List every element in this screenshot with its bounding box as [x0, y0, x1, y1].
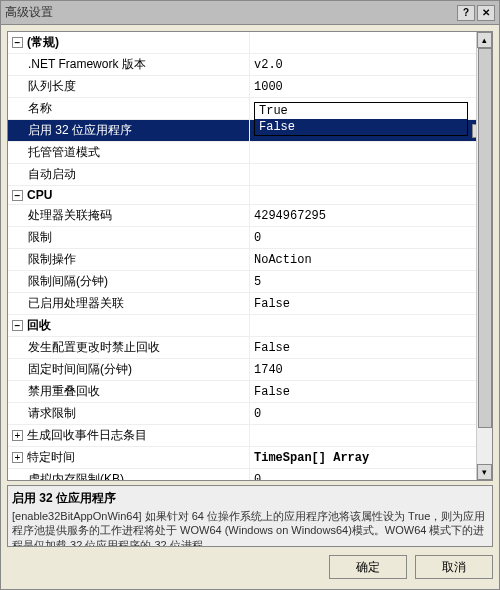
description-text: [enable32BitAppOnWin64] 如果针对 64 位操作系统上的应…: [12, 509, 488, 547]
cat-general: (常规): [27, 35, 59, 49]
toggle-times[interactable]: +: [12, 452, 23, 463]
prop-regular-label[interactable]: 固定时间间隔(分钟): [8, 359, 250, 381]
prop-disallow-value[interactable]: False: [250, 337, 492, 359]
toggle-cpu[interactable]: −: [12, 190, 23, 201]
prop-requests-label[interactable]: 请求限制: [8, 403, 250, 425]
prop-events-label[interactable]: 生成回收事件日志条目: [27, 428, 147, 442]
prop-pipeline-value[interactable]: [250, 142, 492, 164]
prop-enaff-label[interactable]: 已启用处理器关联: [8, 293, 250, 315]
prop-overlap-value[interactable]: False: [250, 381, 492, 403]
toggle-general[interactable]: −: [12, 37, 23, 48]
prop-net-value[interactable]: v2.0: [250, 54, 492, 76]
prop-name-label[interactable]: 名称: [8, 98, 250, 120]
prop-limit-label[interactable]: 限制: [8, 227, 250, 249]
prop-enable32-label[interactable]: 启用 32 位应用程序: [8, 120, 250, 142]
prop-requests-value[interactable]: 0: [250, 403, 492, 425]
scroll-down-icon[interactable]: ▾: [477, 464, 492, 480]
prop-net-label[interactable]: .NET Framework 版本: [8, 54, 250, 76]
description-title: 启用 32 位应用程序: [12, 490, 488, 507]
prop-enaff-value[interactable]: False: [250, 293, 492, 315]
prop-autostart-value[interactable]: [250, 164, 492, 186]
prop-times-label[interactable]: 特定时间: [27, 450, 75, 464]
prop-autostart-label[interactable]: 自动启动: [8, 164, 250, 186]
prop-events-value[interactable]: [250, 425, 492, 447]
prop-action-value[interactable]: NoAction: [250, 249, 492, 271]
dropdown-list[interactable]: True False: [254, 102, 468, 136]
prop-affinity-label[interactable]: 处理器关联掩码: [8, 205, 250, 227]
cancel-button[interactable]: 取消: [415, 555, 493, 579]
window-title: 高级设置: [5, 4, 457, 21]
toggle-events[interactable]: +: [12, 430, 23, 441]
prop-overlap-label[interactable]: 禁用重叠回收: [8, 381, 250, 403]
prop-limit-value[interactable]: 0: [250, 227, 492, 249]
cat-recycle: 回收: [27, 318, 51, 332]
prop-interval-value[interactable]: 5: [250, 271, 492, 293]
prop-interval-label[interactable]: 限制间隔(分钟): [8, 271, 250, 293]
prop-queue-label[interactable]: 队列长度: [8, 76, 250, 98]
dropdown-option-true[interactable]: True: [255, 103, 467, 119]
scrollbar[interactable]: ▴ ▾: [476, 32, 492, 480]
prop-action-label[interactable]: 限制操作: [8, 249, 250, 271]
toggle-recycle[interactable]: −: [12, 320, 23, 331]
prop-times-value[interactable]: TimeSpan[] Array: [250, 447, 492, 469]
prop-queue-value[interactable]: 1000: [250, 76, 492, 98]
cat-cpu: CPU: [27, 188, 52, 202]
description-panel: 启用 32 位应用程序 [enable32BitAppOnWin64] 如果针对…: [7, 485, 493, 547]
ok-button[interactable]: 确定: [329, 555, 407, 579]
prop-vmem-label[interactable]: 虚拟内存限制(KB): [8, 469, 250, 481]
close-button[interactable]: ✕: [477, 5, 495, 21]
prop-disallow-label[interactable]: 发生配置更改时禁止回收: [8, 337, 250, 359]
prop-affinity-value[interactable]: 4294967295: [250, 205, 492, 227]
prop-vmem-value[interactable]: 0: [250, 469, 492, 481]
property-grid[interactable]: −(常规) .NET Framework 版本v2.0 队列长度1000 名称D…: [7, 31, 493, 481]
prop-pipeline-label[interactable]: 托管管道模式: [8, 142, 250, 164]
prop-regular-value[interactable]: 1740: [250, 359, 492, 381]
help-button[interactable]: ?: [457, 5, 475, 21]
scroll-thumb[interactable]: [478, 48, 492, 428]
scroll-up-icon[interactable]: ▴: [477, 32, 492, 48]
dropdown-option-false[interactable]: False: [255, 119, 467, 135]
